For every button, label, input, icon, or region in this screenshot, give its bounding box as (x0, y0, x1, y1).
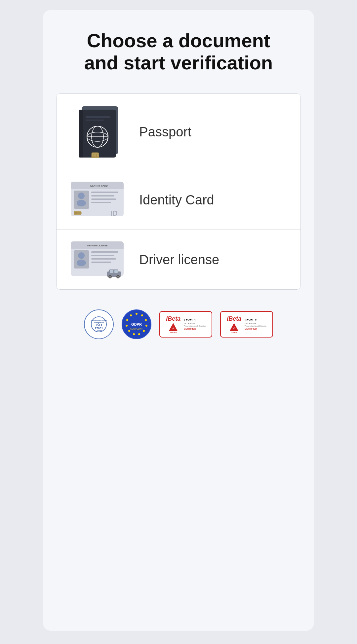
svg-text:ID: ID (110, 209, 118, 217)
svg-point-39 (77, 260, 86, 266)
svg-text:DRIVING LICENSE: DRIVING LICENSE (87, 244, 108, 247)
svg-text:Certified: Certified (96, 330, 102, 332)
svg-rect-42 (91, 258, 116, 260)
svg-point-21 (77, 200, 86, 206)
svg-point-66 (128, 330, 130, 332)
ibeta-checkmark-icon: ✓ (168, 322, 178, 332)
svg-point-49 (117, 276, 119, 278)
main-card: Choose a document and start verification (43, 10, 314, 631)
svg-rect-40 (91, 251, 118, 253)
gdpr-badge: GDPR COMPLIANT (122, 309, 151, 339)
svg-text:COMPLIANT: COMPLIANT (130, 328, 143, 330)
ibeta-level1-info: LEVEL 1 ISO 30107-3 Presentation Attack … (184, 319, 206, 331)
ibeta-tested-text-2: TESTED (231, 332, 237, 334)
svg-text:IDENTITY CARD: IDENTITY CARD (90, 185, 108, 187)
gdpr-badge-svg: GDPR COMPLIANT (123, 311, 150, 338)
id-card-icon-container: IDENTITY CARD (70, 180, 129, 220)
svg-rect-23 (91, 195, 114, 197)
svg-point-63 (143, 330, 145, 332)
svg-rect-3 (86, 116, 110, 118)
svg-rect-43 (91, 262, 111, 263)
id-card-icon: IDENTITY CARD (71, 180, 129, 220)
svg-point-61 (145, 319, 147, 321)
svg-rect-51 (114, 270, 118, 273)
svg-rect-24 (91, 198, 116, 200)
ibeta-level2-box: iBeta ✓ TESTED LEVEL 2 ISO 30107-3 Prese… (220, 311, 273, 338)
svg-point-59 (136, 313, 138, 315)
gdpr-badge-circle: GDPR COMPLIANT (122, 309, 151, 339)
ibeta-checkmark-icon-2: ✓ (229, 322, 239, 332)
certification-badges: Information Security Management ISO 2700… (84, 309, 273, 339)
iso-badge-svg: Information Security Management ISO 2700… (91, 316, 107, 333)
svg-point-20 (78, 193, 85, 199)
ibeta-logo-text-2: iBeta (227, 315, 241, 322)
svg-rect-9 (92, 153, 99, 158)
svg-rect-4 (86, 120, 104, 121)
iso-27001-badge: Information Security Management ISO 2700… (84, 309, 114, 339)
svg-rect-26 (74, 211, 81, 215)
passport-icon-container (70, 104, 129, 160)
svg-point-47 (109, 276, 111, 278)
passport-option[interactable]: Passport (57, 94, 300, 170)
dl-card-icon: DRIVING LICENSE (71, 240, 129, 279)
passport-icon (76, 104, 124, 160)
svg-rect-2 (79, 110, 83, 158)
svg-point-69 (130, 314, 132, 316)
ibeta-level2-badge: iBeta ✓ TESTED LEVEL 2 ISO 30107-3 Prese… (220, 311, 273, 338)
ibeta-tested-text: TESTED (170, 332, 177, 334)
dl-card-icon-container: DRIVING LICENSE (70, 240, 129, 279)
identity-card-label: Identity Card (139, 193, 214, 207)
svg-rect-25 (91, 202, 111, 203)
svg-point-67 (126, 325, 128, 327)
document-options-list: Passport IDENTITY CARD (56, 93, 301, 290)
ibeta-logo-text: iBeta (166, 315, 180, 322)
svg-point-62 (145, 325, 147, 327)
page-title: Choose a document and start verification (83, 30, 274, 74)
svg-rect-22 (91, 192, 118, 193)
svg-point-65 (133, 333, 135, 335)
svg-text:✓: ✓ (172, 327, 175, 330)
svg-text:✓: ✓ (233, 327, 235, 330)
driver-license-label: Driver license (139, 252, 219, 267)
ibeta-level1-box: iBeta ✓ TESTED LEVEL 1 ISO 30107-3 Prese… (159, 311, 212, 338)
svg-point-68 (126, 319, 128, 321)
svg-text:27001: 27001 (95, 327, 103, 330)
svg-point-38 (78, 252, 85, 259)
svg-point-60 (141, 314, 143, 316)
ibeta-level1-badge: iBeta ✓ TESTED LEVEL 1 ISO 30107-3 Prese… (159, 311, 212, 338)
identity-card-option[interactable]: IDENTITY CARD (57, 170, 300, 230)
svg-text:GDPR: GDPR (131, 322, 142, 326)
svg-rect-50 (110, 270, 113, 273)
svg-rect-41 (91, 255, 114, 256)
driver-license-option[interactable]: DRIVING LICENSE (57, 230, 300, 289)
passport-label: Passport (139, 125, 191, 139)
ibeta-level2-info: LEVEL 2 ISO 30107-3 Presentation Attack … (245, 319, 266, 331)
svg-point-64 (138, 333, 140, 335)
iso-badge-circle: Information Security Management ISO 2700… (84, 309, 114, 339)
